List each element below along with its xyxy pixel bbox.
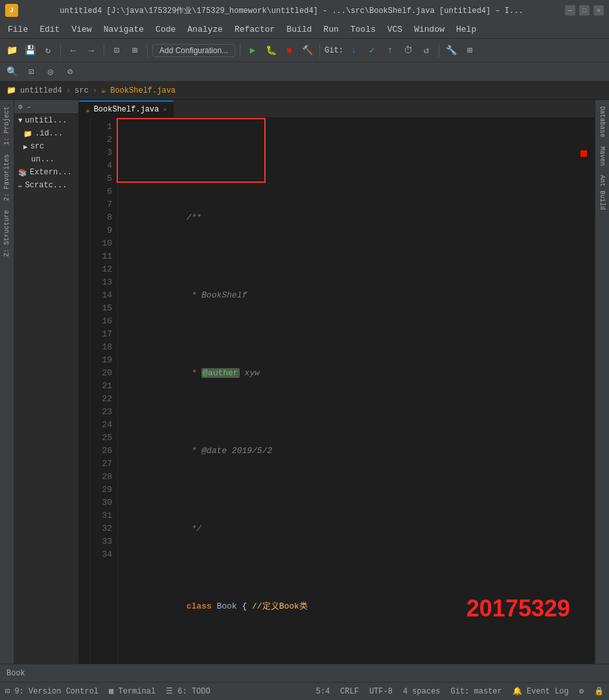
git-commit-btn[interactable]: ✓ [364, 43, 380, 58]
left-tabs: 1: Project 2: Favorites Z: Structure [0, 100, 14, 664]
menu-item-analyze[interactable]: Analyze [182, 23, 228, 36]
right-sidebar: Database Maven Ant Build [595, 100, 609, 664]
more-btn[interactable]: ⊞ [462, 43, 477, 58]
code-line-3: * @auther xyw [126, 354, 595, 393]
tree-item-extern[interactable]: 📚 Extern... [14, 166, 78, 179]
indent-selector[interactable]: 4 spaces [403, 687, 441, 696]
breadcrumb-src[interactable]: src [75, 86, 89, 95]
terminal-btn[interactable]: ▦ Terminal [109, 686, 155, 696]
menu-item-build[interactable]: Build [281, 23, 317, 36]
git-history-btn[interactable]: ⏱ [400, 43, 416, 58]
coverage-btn[interactable]: ◎ [43, 64, 58, 80]
version-control-btn[interactable]: ⊡ 9: Version Control [5, 686, 98, 696]
menu-item-refactor[interactable]: Refactor [229, 23, 280, 36]
ant-build-tab[interactable]: Ant Build [597, 171, 607, 214]
menu-item-navigate[interactable]: Navigate [98, 23, 149, 36]
tab-close-btn[interactable]: ✕ [163, 106, 167, 113]
active-tab[interactable]: ☕ BookShelf.java ✕ [79, 100, 174, 117]
settings-btn[interactable]: 🔧 [444, 43, 459, 58]
debug-btn[interactable]: 🐛 [263, 43, 279, 58]
vc-label: 9: Version Control [14, 687, 98, 696]
position-indicator[interactable]: 5:4 [316, 687, 330, 696]
comment-box-highlight [117, 118, 266, 183]
search-btn[interactable]: 🔍 [4, 64, 19, 80]
stop-btn[interactable]: ■ [281, 43, 297, 58]
menu-item-view[interactable]: View [66, 23, 97, 36]
tree-label-src: src [30, 142, 45, 151]
code-line-4: * @date 2019/5/2 [126, 432, 595, 471]
classname-book: Book [216, 601, 242, 611]
bell-icon: 🔔 [512, 687, 522, 696]
menu-item-help[interactable]: Help [451, 23, 481, 36]
breadcrumb-untitled4[interactable]: untitled4 [20, 86, 62, 95]
back-btn[interactable]: ← [65, 43, 81, 58]
run-btn[interactable]: ▶ [245, 43, 260, 58]
forward-btn[interactable]: → [84, 43, 99, 58]
todo-label: 6: TODO [178, 687, 210, 696]
view-btn[interactable]: ⊡ [109, 43, 124, 58]
main-content: 1: Project 2: Favorites Z: Structure ⚙ –… [0, 100, 609, 664]
git-rollback-btn[interactable]: ↺ [419, 43, 434, 58]
maximize-button[interactable]: □ [579, 5, 590, 16]
profile-btn[interactable]: ⊘ [62, 64, 78, 80]
close-button[interactable]: ✕ [593, 5, 604, 16]
book-label: Book [6, 669, 25, 678]
terminal-icon: ▦ [109, 687, 113, 696]
build-btn[interactable]: 🔨 [299, 43, 315, 58]
lock-icon: 🔒 [594, 686, 604, 696]
code-line-1: /** [126, 198, 595, 237]
save-btn[interactable]: 💾 [22, 43, 38, 58]
comment-author-label: * [187, 368, 201, 378]
refresh-btn[interactable]: ↻ [40, 43, 56, 58]
maven-tab[interactable]: Maven [597, 143, 607, 170]
code-content[interactable]: /** * BookShelf * @auther xyw * @date 20… [118, 118, 595, 664]
tab-label: BookShelf.java [94, 105, 159, 114]
git-update-btn[interactable]: ↓ [346, 43, 362, 58]
tree-item-un[interactable]: un... [14, 153, 78, 166]
breadcrumb-project[interactable]: 📁 [6, 86, 16, 95]
sep5 [319, 44, 320, 57]
tree-item-id[interactable]: 📁 .id... [14, 127, 78, 140]
event-log-btn[interactable]: 🔔 Event Log [512, 686, 569, 696]
bookmark-btn[interactable]: ⊞ [127, 43, 143, 58]
line-ending-selector[interactable]: CRLF [340, 687, 359, 696]
author-tag: @auther [201, 368, 240, 378]
kw-class: class [187, 601, 217, 611]
terminal-label: Terminal [119, 687, 156, 696]
database-tab[interactable]: Database [597, 102, 607, 141]
inspect-btn[interactable]: ⊡ [23, 64, 39, 80]
secondary-toolbar: 🔍 ⊡ ◎ ⊘ [0, 62, 609, 82]
tree-item-src[interactable]: ▶ src [14, 140, 78, 153]
editor-wrapper: 12345 678910 1112131415 1617181920 21222… [79, 118, 595, 664]
encoding-selector[interactable]: UTF-8 [369, 687, 393, 696]
menu-bar: FileEditViewNavigateCodeAnalyzeRefactorB… [0, 21, 609, 39]
todo-btn[interactable]: ☰ 6: TODO [166, 686, 211, 696]
sep2 [104, 44, 104, 57]
git-branch[interactable]: Git: master [451, 687, 502, 696]
settings-status-btn[interactable]: ⚙ [579, 686, 584, 696]
menu-item-edit[interactable]: Edit [34, 23, 65, 36]
tree-label-id: .id... [35, 129, 63, 138]
add-config-button[interactable]: Add Configuration... [152, 44, 235, 57]
minimize-button[interactable]: — [565, 5, 575, 16]
structure-tab[interactable]: Z: Structure [2, 206, 12, 261]
menu-item-vcs[interactable]: VCS [382, 23, 408, 36]
gutter-left [79, 118, 91, 664]
bottom-bar: Book [0, 664, 609, 682]
code-line-2: * BookShelf [126, 276, 595, 315]
menu-item-window[interactable]: Window [409, 23, 450, 36]
favorites-tab[interactable]: 2: Favorites [2, 150, 12, 205]
project-tab[interactable]: 1: Project [2, 102, 12, 149]
git-push-btn[interactable]: ↑ [382, 43, 398, 58]
menu-item-code[interactable]: Code [150, 23, 181, 36]
menu-item-tools[interactable]: Tools [345, 23, 381, 36]
menu-item-file[interactable]: File [3, 23, 33, 36]
menu-item-run[interactable]: Run [318, 23, 343, 36]
comment-bookshelf: * BookShelf [187, 290, 247, 300]
open-btn[interactable]: 📁 [4, 43, 19, 58]
tree-item-scratch[interactable]: ✏ Scratc... [14, 179, 78, 192]
tree-label-extern: Extern... [30, 168, 72, 177]
breadcrumb-file[interactable]: ☕ BookShelf.java [101, 86, 176, 95]
tree-item-untitled[interactable]: ▼ untitl... [14, 114, 78, 127]
editor-area: ☕ BookShelf.java ✕ 12345 678910 11121314… [79, 100, 595, 664]
